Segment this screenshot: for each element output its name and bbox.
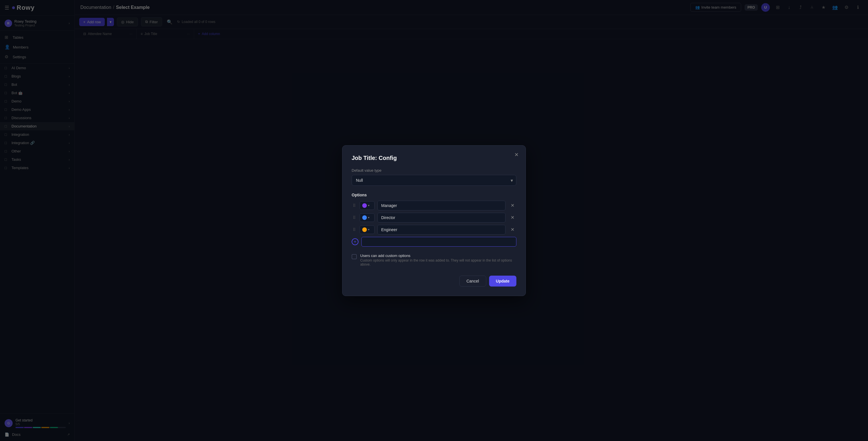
color-chevron-manager: ▾ xyxy=(368,204,369,207)
color-dot-director xyxy=(362,215,367,220)
default-value-select[interactable]: Null xyxy=(352,175,516,186)
drag-handle-manager[interactable]: ⠿ xyxy=(352,202,357,209)
option-input-director[interactable] xyxy=(377,213,505,223)
options-label: Options xyxy=(352,193,516,197)
new-option-row: + xyxy=(352,237,516,246)
update-button[interactable]: Update xyxy=(489,276,516,287)
config-modal: Job Title: Config ✕ Default value type N… xyxy=(342,145,526,296)
color-dot-manager xyxy=(362,203,367,208)
option-row-manager: ⠿ ▾ ✕ xyxy=(352,201,516,210)
option-input-manager[interactable] xyxy=(377,201,505,210)
default-value-select-wrapper: Null ▾ xyxy=(352,175,516,186)
custom-options-text: Users can add custom options Custom opti… xyxy=(360,254,516,266)
custom-options-desc: Custom options will only appear in the r… xyxy=(360,258,516,266)
custom-options-section: Users can add custom options Custom opti… xyxy=(352,253,516,268)
color-chevron-engineer: ▾ xyxy=(368,228,369,231)
remove-engineer-button[interactable]: ✕ xyxy=(508,226,516,234)
modal-title: Job Title: Config xyxy=(352,155,516,161)
add-option-button[interactable]: + xyxy=(352,238,359,245)
color-chevron-director: ▾ xyxy=(368,216,369,219)
drag-handle-director[interactable]: ⠿ xyxy=(352,214,357,221)
remove-manager-button[interactable]: ✕ xyxy=(508,202,516,210)
remove-director-button[interactable]: ✕ xyxy=(508,214,516,222)
drag-handle-engineer[interactable]: ⠿ xyxy=(352,226,357,233)
new-option-input[interactable] xyxy=(361,237,516,246)
option-input-engineer[interactable] xyxy=(377,225,505,235)
color-picker-manager[interactable]: ▾ xyxy=(360,201,375,210)
color-picker-engineer[interactable]: ▾ xyxy=(360,225,375,234)
option-row-director: ⠿ ▾ ✕ xyxy=(352,213,516,223)
modal-footer: Cancel Update xyxy=(352,276,516,287)
modal-overlay: Job Title: Config ✕ Default value type N… xyxy=(0,0,868,441)
default-value-label: Default value type xyxy=(352,168,516,173)
color-picker-director[interactable]: ▾ xyxy=(360,213,375,222)
modal-close-button[interactable]: ✕ xyxy=(513,151,520,159)
custom-options-checkbox[interactable] xyxy=(352,254,357,259)
custom-options-title: Users can add custom options xyxy=(360,254,516,258)
cancel-button[interactable]: Cancel xyxy=(459,276,486,287)
color-dot-engineer xyxy=(362,227,367,232)
option-row-engineer: ⠿ ▾ ✕ xyxy=(352,225,516,235)
